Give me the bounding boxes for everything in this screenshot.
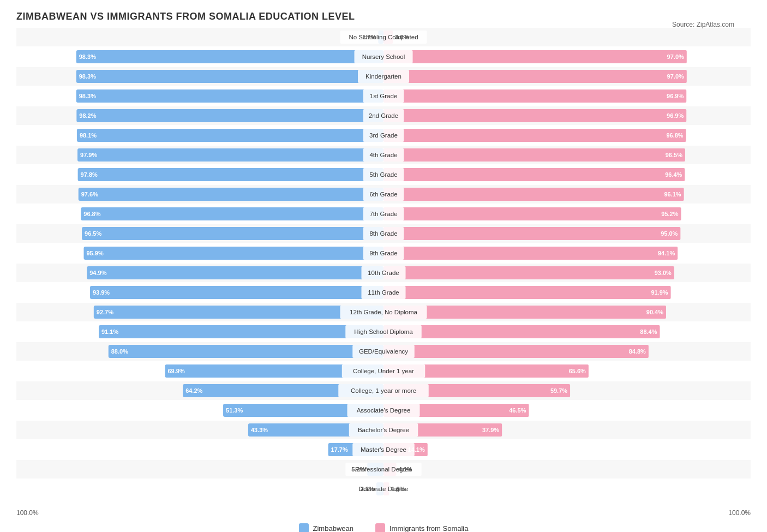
x-axis-left: 100.0%: [16, 509, 39, 517]
svg-text:5.2%: 5.2%: [351, 466, 365, 473]
chart-svg: No Schooling Completed1.7%3.0%Nursery Sc…: [16, 28, 751, 505]
svg-text:93.0%: 93.0%: [655, 270, 672, 276]
svg-text:93.9%: 93.9%: [93, 289, 110, 296]
svg-rect-44: [384, 148, 685, 162]
svg-text:3.0%: 3.0%: [395, 34, 409, 40]
chart-title: ZIMBABWEAN VS IMMIGRANTS FROM SOMALIA ED…: [16, 11, 751, 22]
svg-rect-9: [384, 50, 687, 63]
svg-text:92.7%: 92.7%: [97, 309, 113, 315]
svg-text:Nursery School: Nursery School: [362, 53, 405, 60]
legend-item-somalia: Immigrants from Somalia: [375, 523, 468, 532]
svg-text:98.3%: 98.3%: [79, 93, 96, 99]
svg-text:Master's Degree: Master's Degree: [361, 446, 406, 453]
svg-rect-16: [384, 70, 687, 83]
svg-rect-30: [384, 109, 686, 122]
svg-text:1.7%: 1.7%: [362, 34, 376, 40]
svg-rect-78: [83, 247, 384, 260]
svg-text:High School Diploma: High School Diploma: [354, 328, 413, 335]
svg-rect-29: [76, 109, 384, 122]
svg-text:96.1%: 96.1%: [664, 191, 681, 198]
svg-rect-36: [77, 129, 384, 142]
svg-rect-23: [384, 89, 686, 103]
svg-text:59.7%: 59.7%: [550, 387, 567, 394]
svg-text:97.8%: 97.8%: [81, 171, 98, 178]
svg-text:96.8%: 96.8%: [83, 211, 100, 217]
svg-text:8th Grade: 8th Grade: [369, 230, 397, 237]
svg-rect-113: [109, 345, 384, 358]
svg-text:51.3%: 51.3%: [226, 407, 243, 414]
svg-text:1st Grade: 1st Grade: [370, 93, 398, 99]
svg-text:10th Grade: 10th Grade: [368, 270, 399, 276]
svg-text:12th Grade, No Diploma: 12th Grade, No Diploma: [350, 309, 418, 315]
svg-text:37.9%: 37.9%: [482, 427, 499, 433]
legend-label-zimbabwean: Zimbabwean: [313, 524, 353, 533]
svg-rect-92: [90, 286, 384, 299]
svg-rect-57: [79, 188, 384, 201]
source-text: Source: ZipAtlas.com: [672, 21, 734, 28]
svg-text:17.7%: 17.7%: [331, 446, 348, 453]
svg-text:96.4%: 96.4%: [665, 171, 682, 178]
svg-text:4th Grade: 4th Grade: [369, 152, 397, 158]
svg-rect-86: [384, 266, 674, 279]
legend-label-somalia: Immigrants from Somalia: [390, 524, 468, 533]
svg-text:5th Grade: 5th Grade: [369, 171, 397, 178]
svg-text:95.2%: 95.2%: [661, 211, 678, 217]
svg-text:94.9%: 94.9%: [89, 270, 106, 276]
svg-text:98.3%: 98.3%: [79, 73, 96, 80]
svg-rect-72: [384, 227, 680, 240]
svg-text:96.8%: 96.8%: [666, 132, 683, 139]
svg-text:64.2%: 64.2%: [185, 387, 202, 394]
svg-rect-22: [76, 89, 384, 103]
svg-rect-85: [87, 266, 384, 279]
legend-box-somalia: [375, 523, 385, 532]
svg-text:98.2%: 98.2%: [79, 112, 96, 119]
svg-text:Bachelor's Degree: Bachelor's Degree: [358, 427, 409, 433]
svg-rect-106: [99, 325, 384, 338]
svg-text:1.8%: 1.8%: [391, 486, 405, 492]
svg-text:14.1%: 14.1%: [408, 446, 425, 453]
svg-text:88.4%: 88.4%: [640, 328, 657, 335]
svg-text:7th Grade: 7th Grade: [369, 211, 397, 217]
svg-text:GED/Equivalency: GED/Equivalency: [359, 348, 408, 355]
svg-rect-79: [384, 247, 678, 260]
legend: Zimbabwean Immigrants from Somalia: [16, 523, 751, 532]
svg-text:98.1%: 98.1%: [80, 132, 97, 139]
svg-rect-93: [384, 286, 671, 299]
svg-text:6th Grade: 6th Grade: [369, 191, 397, 198]
svg-text:97.0%: 97.0%: [667, 53, 684, 60]
svg-text:11th Grade: 11th Grade: [368, 289, 399, 296]
svg-rect-8: [76, 50, 384, 63]
chart-area: No Schooling Completed1.7%3.0%Nursery Sc…: [16, 28, 751, 507]
legend-item-zimbabwean: Zimbabwean: [299, 523, 353, 532]
svg-rect-43: [77, 148, 384, 162]
svg-text:95.9%: 95.9%: [86, 250, 103, 256]
svg-rect-99: [94, 306, 384, 319]
svg-text:Kindergarten: Kindergarten: [365, 73, 402, 80]
svg-text:69.9%: 69.9%: [167, 368, 184, 374]
svg-text:91.1%: 91.1%: [101, 328, 118, 335]
svg-text:97.0%: 97.0%: [667, 73, 684, 80]
svg-text:96.9%: 96.9%: [667, 112, 684, 119]
svg-text:2nd Grade: 2nd Grade: [369, 112, 398, 119]
svg-rect-51: [384, 168, 685, 181]
svg-text:98.3%: 98.3%: [79, 53, 96, 60]
svg-rect-50: [78, 168, 384, 181]
svg-text:91.9%: 91.9%: [651, 289, 668, 296]
svg-text:4.1%: 4.1%: [398, 466, 412, 473]
svg-text:97.9%: 97.9%: [80, 152, 97, 158]
svg-text:Associate's Degree: Associate's Degree: [357, 407, 411, 414]
svg-text:9th Grade: 9th Grade: [369, 250, 397, 256]
svg-text:2.3%: 2.3%: [361, 486, 374, 492]
x-axis-right: 100.0%: [728, 509, 751, 517]
svg-text:College, 1 year or more: College, 1 year or more: [351, 387, 416, 394]
legend-box-zimbabwean: [299, 523, 309, 532]
svg-text:3rd Grade: 3rd Grade: [369, 132, 398, 139]
svg-rect-65: [384, 207, 681, 220]
svg-text:46.5%: 46.5%: [509, 407, 526, 414]
svg-text:65.6%: 65.6%: [569, 368, 586, 374]
svg-text:96.5%: 96.5%: [85, 230, 101, 237]
svg-text:96.9%: 96.9%: [667, 93, 684, 99]
svg-rect-37: [384, 129, 686, 142]
svg-rect-107: [384, 325, 660, 338]
svg-text:43.3%: 43.3%: [251, 427, 268, 433]
